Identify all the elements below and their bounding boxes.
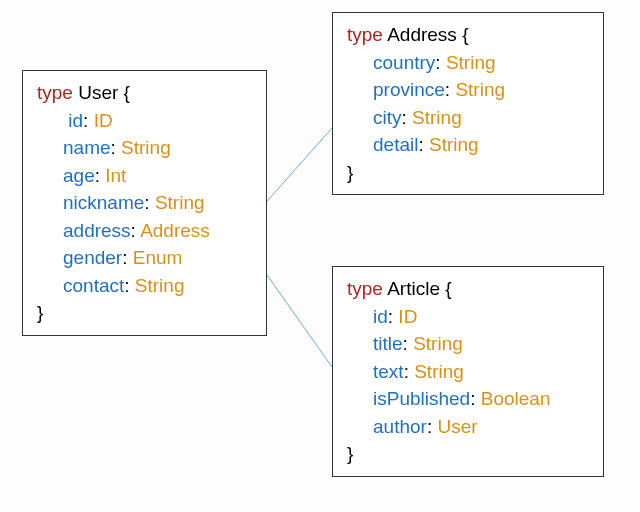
type-box-user: type User { id: ID name: String age: Int… [22,70,267,336]
field-type: Address [140,220,210,241]
open-brace: { [124,82,130,103]
field-type: Int [105,165,126,186]
field-row: gender: Enum [37,244,256,272]
type-box-article: type Article { id: ID title: String text… [332,266,604,477]
type-box-address: type Address { country: String province:… [332,12,604,195]
field-row: text: String [347,358,593,386]
field-name: author [373,416,427,437]
keyword-type: type [347,24,383,45]
field-row: id: ID [37,107,256,135]
keyword-type: type [37,82,73,103]
field-name: gender [63,247,122,268]
field-row: title: String [347,330,593,358]
field-row: country: String [347,49,593,77]
open-brace: { [462,24,468,45]
field-type: String [135,275,185,296]
type-name: Address [387,24,457,45]
close-brace: } [37,299,256,327]
field-name: detail [373,134,418,155]
field-type: Enum [133,247,183,268]
field-name: contact [63,275,124,296]
field-type: String [121,137,171,158]
type-name: User [78,82,118,103]
field-row: isPublished: Boolean [347,385,593,413]
field-name: text [373,361,404,382]
type-header: type User { [37,79,256,107]
field-type: User [437,416,477,437]
field-row: province: String [347,76,593,104]
field-name: isPublished [373,388,470,409]
field-row: age: Int [37,162,256,190]
open-brace: { [445,278,451,299]
field-name: address [63,220,131,241]
type-header: type Address { [347,21,593,49]
field-name: country [373,52,435,73]
field-row: address: Address [37,217,256,245]
field-name: province [373,79,445,100]
field-row: author: User [347,413,593,441]
field-type: ID [398,306,417,327]
field-type: String [455,79,505,100]
close-brace: } [347,159,593,187]
keyword-type: type [347,278,383,299]
field-type: String [429,134,479,155]
field-name: id [373,306,388,327]
close-brace: } [347,440,593,468]
field-type: ID [94,110,113,131]
field-row: city: String [347,104,593,132]
field-name: title [373,333,403,354]
field-name: city [373,107,402,128]
field-name: id [68,110,83,131]
field-type: String [414,361,464,382]
field-row: id: ID [347,303,593,331]
type-name: Article [387,278,440,299]
field-name: nickname [63,192,144,213]
field-type: Boolean [481,388,551,409]
field-row: name: String [37,134,256,162]
type-header: type Article { [347,275,593,303]
field-row: nickname: String [37,189,256,217]
field-type: String [446,52,496,73]
field-name: name [63,137,111,158]
field-type: String [155,192,205,213]
field-type: String [413,333,463,354]
field-row: contact: String [37,272,256,300]
field-type: String [412,107,462,128]
field-name: age [63,165,95,186]
field-row: detail: String [347,131,593,159]
